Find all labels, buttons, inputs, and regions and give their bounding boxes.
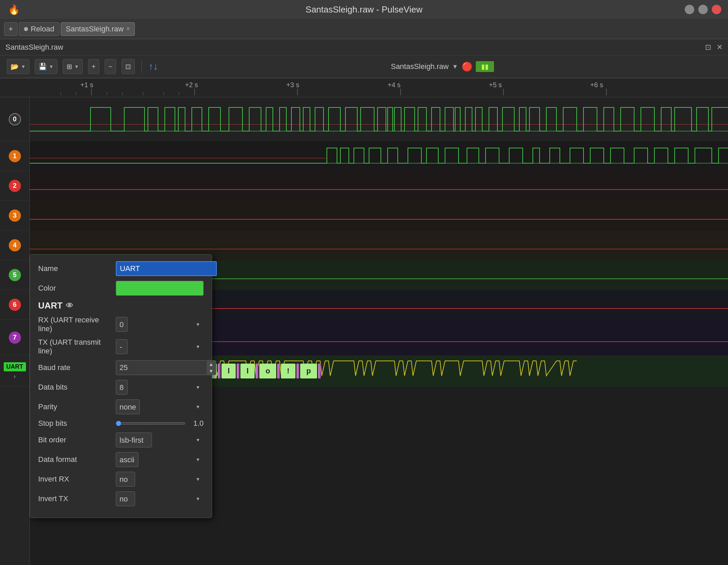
bitorder-row: Bit order lsb-first msb-first [38, 433, 204, 447]
tab-close-button[interactable]: × [126, 25, 130, 32]
cursor-icon[interactable]: ↑↓ [149, 61, 158, 72]
close-button[interactable] [712, 5, 721, 14]
save-button[interactable]: 💾 ▼ [35, 59, 57, 74]
svg-rect-16 [30, 141, 728, 171]
zoom-in-button[interactable]: + [88, 59, 100, 74]
tx-select-wrapper: - 0 1 2 [116, 339, 204, 354]
active-tab[interactable]: SantasSleigh.raw × [61, 22, 135, 36]
uart-expand-arrow[interactable]: › [14, 373, 16, 380]
window-title: SantasSleigh.raw - PulseView [306, 4, 422, 15]
run-icon[interactable]: 🔴 [462, 62, 472, 72]
signal-labels: 0 1 2 3 4 5 6 7 UART › [0, 97, 30, 565]
signal-badge-6: 6 [9, 299, 21, 311]
databits-select-wrapper: 8 5 6 7 9 [116, 380, 204, 395]
signal-label-1: 1 [0, 141, 29, 171]
ruler-label-4: +4 s [388, 81, 400, 89]
stopbits-label: Stop bits [38, 419, 112, 428]
inverttx-label: Invert TX [38, 494, 112, 503]
toolbar: 📂 ▼ 💾 ▼ ⊞ ▼ + − ⊡ ↑↓ SantasSleigh.raw ▼ … [0, 55, 728, 78]
reload-tab[interactable]: Reload [19, 22, 59, 36]
invertrx-row: Invert RX no yes [38, 472, 204, 487]
parity-label: Parity [38, 402, 112, 411]
invertrx-label: Invert RX [38, 475, 112, 484]
save-dropdown-arrow[interactable]: ▼ [49, 64, 54, 69]
svg-rect-21 [30, 201, 728, 230]
titlebar: 🔥 SantasSleigh.raw - PulseView [0, 0, 728, 19]
reload-tab-label: Reload [31, 25, 54, 33]
waveform-0-svg [30, 97, 728, 141]
ruler-label-6: +6 s [590, 81, 603, 89]
channel-0 [30, 97, 728, 141]
zoom-out-button[interactable]: − [105, 59, 116, 74]
baud-label: Baud rate [38, 363, 112, 372]
tab-dot [24, 27, 28, 31]
open-dropdown-arrow[interactable]: ▼ [21, 64, 26, 69]
invertrx-select-wrapper: no yes [116, 472, 204, 487]
dataformat-select[interactable]: ascii hex oct bin dec [116, 452, 138, 467]
char-sep-2 [218, 364, 220, 378]
waveform-area[interactable]: H e l l o ! p Name [30, 97, 728, 565]
bitorder-select-wrapper: lsb-first msb-first [116, 433, 204, 447]
stopbits-slider[interactable] [116, 422, 185, 424]
baud-down-button[interactable]: ▼ [207, 368, 215, 374]
maximize-button[interactable] [698, 5, 708, 14]
inverttx-row: Invert TX no yes [38, 491, 204, 506]
close-path-icon[interactable]: ✕ [717, 43, 723, 52]
char-sep-7 [318, 364, 321, 378]
expand-icon[interactable]: ⊡ [705, 43, 711, 52]
baud-input-wrapper: ▲ ▼ [116, 360, 216, 375]
probe-icon: ▮▮ [476, 61, 494, 72]
parity-row: Parity none odd even [38, 399, 204, 414]
tx-select[interactable]: - 0 1 2 [116, 339, 128, 354]
signal-label-6: 6 [0, 290, 29, 320]
char-sep-3 [237, 364, 239, 378]
waveform-3-svg [30, 201, 728, 230]
name-input[interactable] [116, 261, 217, 276]
toolbar-separator [141, 60, 142, 73]
uart-section-title: UART 👁 [38, 300, 204, 311]
dataformat-select-wrapper: ascii hex oct bin dec [116, 452, 204, 467]
stopbits-value: 1.0 [190, 419, 204, 428]
color-swatch[interactable] [116, 281, 204, 296]
new-tab-button[interactable]: + [4, 22, 18, 36]
databits-select[interactable]: 8 5 6 7 9 [116, 380, 128, 395]
app-icon: 🔥 [8, 4, 20, 15]
inverttx-select[interactable]: no yes [116, 491, 135, 506]
zoom-fit-button[interactable]: ⊡ [122, 59, 135, 74]
ruler-ticks [30, 89, 728, 97]
decoded-char-l2: l [240, 364, 255, 378]
minimize-button[interactable] [685, 5, 694, 14]
zoom-out-icon: − [108, 63, 112, 71]
ruler-label-3: +3 s [286, 81, 299, 89]
signal-badge-3: 3 [9, 210, 21, 222]
color-row: Color [38, 281, 204, 296]
uart-panel: Name Color UART 👁 RX (UART receive line) [30, 254, 212, 518]
bitorder-select[interactable]: lsb-first msb-first [116, 433, 152, 447]
rx-select[interactable]: 0 1 2 - [116, 317, 128, 332]
filename-dropdown-arrow[interactable]: ▼ [452, 63, 458, 70]
signal-label-5: 5 [0, 260, 29, 290]
invertrx-select[interactable]: no yes [116, 472, 135, 487]
signal-label-3: 3 [0, 201, 29, 230]
add-decoder-dropdown[interactable]: ▼ [74, 64, 79, 69]
open-button[interactable]: 📂 ▼ [7, 59, 29, 74]
baud-up-button[interactable]: ▲ [207, 361, 215, 368]
dataformat-label: Data format [38, 455, 112, 464]
tx-row: TX (UART transmit line) - 0 1 2 [38, 338, 204, 355]
parity-select[interactable]: none odd even [116, 399, 140, 414]
baud-input[interactable] [116, 360, 216, 375]
active-tab-label: SantasSleigh.raw [66, 25, 124, 33]
visibility-icon[interactable]: 👁 [66, 301, 73, 310]
svg-rect-13 [30, 97, 728, 141]
stopbits-row: Stop bits 1.0 [38, 419, 204, 428]
add-decoder-icon: ⊞ [67, 63, 72, 71]
svg-rect-19 [30, 171, 728, 201]
signal-label-0: 0 [0, 97, 29, 141]
zoom-in-icon: + [92, 63, 96, 71]
signal-label-4: 4 [0, 230, 29, 260]
waveform-1-svg [30, 141, 728, 171]
add-decoder-button[interactable]: ⊞ ▼ [63, 59, 83, 74]
channel-1 [30, 141, 728, 171]
signal-badge-2: 2 [9, 180, 21, 192]
signal-label-7: 7 [0, 320, 29, 355]
